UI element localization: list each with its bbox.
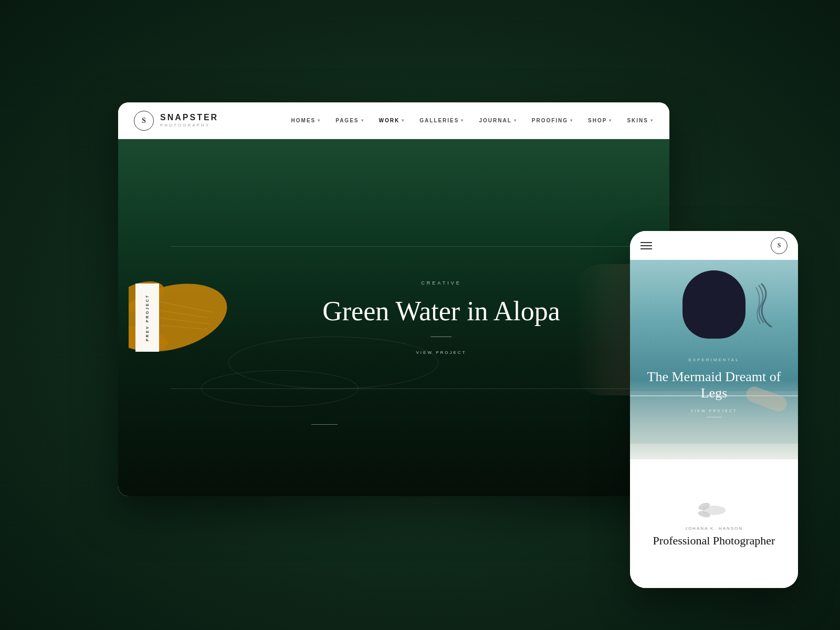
hero-divider [431, 337, 452, 337]
ham-line-1 [640, 242, 652, 243]
nav-item-skins[interactable]: SKINS ▾ [627, 118, 654, 123]
hero-cta-button[interactable]: VIEW PROJECT [322, 350, 560, 355]
desktop-navbar: S SNAPSTER PHOTOGRAPHY HOMES ▾ PAGES [118, 102, 669, 139]
photographer-name-label: JOHANA K. HANSON [685, 526, 743, 531]
prev-project-label: PREV PROJECT [145, 294, 149, 341]
logo-text-group: SNAPSTER PHOTOGRAPHY [160, 113, 218, 128]
chevron-down-icon: ▾ [650, 118, 654, 123]
nav-item-pages[interactable]: PAGES ▾ [335, 118, 364, 123]
nav-links: HOMES ▾ PAGES ▾ WORK ▾ [291, 118, 654, 123]
desktop-mockup: S SNAPSTER PHOTOGRAPHY HOMES ▾ PAGES [118, 102, 669, 496]
prev-project-sidebar: PREV PROJECT [118, 139, 176, 496]
logo-svg [698, 500, 730, 521]
chevron-down-icon: ▾ [361, 118, 364, 123]
mobile-mockup: S EXPERIMENTAL The Mermaid Dreamt of Leg… [630, 231, 798, 588]
chevron-down-icon: ▾ [609, 118, 612, 123]
chevron-down-icon: ▾ [570, 118, 573, 123]
mobile-hero-image: EXPERIMENTAL The Mermaid Dreamt of Legs … [630, 260, 798, 459]
chevron-down-icon: ▾ [514, 118, 517, 123]
photographer-title-text: Professional Photographer [653, 534, 775, 548]
photographer-logo-mark [698, 500, 730, 521]
mobile-cta-underline [706, 417, 722, 417]
nav-item-homes[interactable]: HOMES ▾ [291, 118, 321, 123]
logo-circle: S [134, 111, 154, 131]
hero-content: CREATIVE Green Water in Alopa VIEW PROJE… [322, 280, 560, 355]
chevron-down-icon: ▾ [461, 118, 464, 123]
logo-subtitle: PHOTOGRAPHY [160, 123, 218, 128]
logo-name: SNAPSTER [160, 113, 218, 122]
hero-title: Green Water in Alopa [322, 296, 560, 326]
mermaid-hair-blob [682, 270, 746, 339]
nav-item-journal[interactable]: JOURNAL ▾ [479, 118, 517, 123]
hero-line-top [171, 246, 669, 247]
mobile-navbar: S [630, 231, 798, 260]
hero-category: CREATIVE [322, 280, 560, 286]
nav-item-proofing[interactable]: PROOFING ▾ [532, 118, 573, 123]
logo[interactable]: S SNAPSTER PHOTOGRAPHY [134, 111, 218, 131]
ham-line-2 [640, 245, 652, 246]
water-ripple-2 [201, 370, 359, 407]
hero-background: PREV PROJECT CREATIVE Green Water in Alo… [118, 139, 669, 496]
mobile-bottom-card: JOHANA K. HANSON Professional Photograph… [630, 459, 798, 588]
prev-project-panel[interactable]: PREV PROJECT [135, 284, 159, 352]
ribbon-decoration [746, 281, 777, 328]
chevron-down-icon: ▾ [318, 118, 321, 123]
nav-item-shop[interactable]: SHOP ▾ [588, 118, 612, 123]
nav-item-galleries[interactable]: GALLERIES ▾ [419, 118, 464, 123]
mobile-hero-title: The Mermaid Dreamt of Legs [640, 369, 788, 401]
mobile-hero-category: EXPERIMENTAL [640, 358, 788, 362]
chevron-down-icon: ▾ [402, 118, 405, 123]
mobile-logo[interactable]: S [771, 237, 788, 254]
desktop-hero: PREV PROJECT CREATIVE Green Water in Alo… [118, 139, 669, 496]
mobile-hero-cta[interactable]: VIEW PROJECT [640, 409, 788, 413]
progress-indicator [311, 424, 338, 425]
hamburger-menu-button[interactable] [640, 242, 652, 249]
mobile-hero-content: EXPERIMENTAL The Mermaid Dreamt of Legs … [630, 358, 798, 417]
nav-item-work[interactable]: WORK ▾ [379, 118, 405, 123]
ham-line-3 [640, 248, 652, 249]
